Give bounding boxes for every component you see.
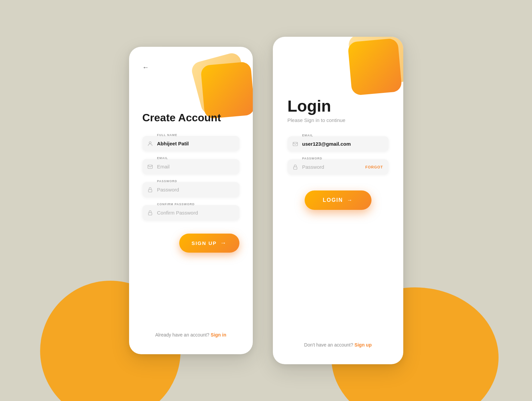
svg-rect-1 bbox=[148, 165, 152, 169]
back-arrow[interactable]: ← bbox=[142, 63, 149, 71]
login-subtitle: Please Sign in to continue bbox=[288, 117, 389, 123]
login-email-wrapper: EMAIL bbox=[288, 136, 389, 151]
svg-rect-3 bbox=[148, 213, 152, 215]
forgot-link[interactable]: FORGOT bbox=[365, 165, 383, 169]
login-button[interactable]: LOGIN → bbox=[305, 190, 371, 210]
signup-arrow-icon: → bbox=[220, 240, 227, 247]
fullname-label: FULL NAME bbox=[157, 133, 178, 137]
lock-confirm-icon bbox=[147, 210, 153, 216]
svg-rect-4 bbox=[293, 142, 298, 146]
login-password-wrapper: PASSWORD FORGOT bbox=[288, 159, 389, 174]
login-email-icon bbox=[292, 141, 298, 147]
login-email-label: EMAIL bbox=[302, 134, 313, 137]
svg-point-0 bbox=[149, 142, 151, 144]
email-group: EMAIL bbox=[142, 159, 239, 174]
login-footer-text: Don't have an account? bbox=[304, 342, 353, 348]
confirm-password-input[interactable] bbox=[142, 205, 239, 220]
login-password-group: PASSWORD FORGOT bbox=[288, 159, 389, 174]
create-account-card: ← Create Account FULL NAME bbox=[129, 47, 253, 354]
email-input[interactable] bbox=[142, 159, 239, 174]
login-email-input[interactable] bbox=[288, 136, 389, 151]
person-icon bbox=[147, 141, 153, 147]
password-group: PASSWORD bbox=[142, 182, 239, 197]
email-input-wrapper: EMAIL bbox=[142, 159, 239, 174]
login-card: Login Please Sign in to continue EMAIL bbox=[273, 37, 403, 364]
signin-link[interactable]: Sign in bbox=[211, 332, 226, 338]
footer-text: Already have an account? bbox=[155, 332, 209, 338]
login-button-label: LOGIN bbox=[323, 197, 343, 203]
create-account-footer: Already have an account? Sign in bbox=[142, 332, 239, 341]
svg-rect-5 bbox=[293, 167, 297, 169]
email-icon bbox=[147, 164, 153, 170]
create-account-title: Create Account bbox=[142, 111, 239, 124]
login-footer: Don't have an account? Sign up bbox=[288, 342, 389, 351]
fullname-input-wrapper: FULL NAME bbox=[142, 136, 239, 151]
fullname-group: FULL NAME bbox=[142, 136, 239, 151]
login-title: Login bbox=[288, 97, 389, 115]
login-arrow-icon: → bbox=[347, 197, 353, 203]
login-email-group: EMAIL bbox=[288, 136, 389, 151]
confirm-password-input-wrapper: CONFIRM PASSWORD bbox=[142, 205, 239, 220]
login-password-label: PASSWORD bbox=[302, 157, 322, 160]
lock-icon bbox=[147, 187, 153, 193]
email-label: EMAIL bbox=[157, 156, 168, 160]
signup-link[interactable]: Sign up bbox=[354, 342, 371, 348]
screens-container: ← Create Account FULL NAME bbox=[129, 37, 403, 364]
signup-label: SIGN UP bbox=[192, 240, 217, 246]
password-label: PASSWORD bbox=[157, 179, 177, 183]
fullname-input[interactable] bbox=[142, 136, 239, 151]
password-input[interactable] bbox=[142, 182, 239, 197]
confirm-password-label: CONFIRM PASSWORD bbox=[157, 203, 195, 206]
confirm-password-group: CONFIRM PASSWORD bbox=[142, 205, 239, 220]
login-lock-icon bbox=[292, 164, 298, 170]
password-input-wrapper: PASSWORD bbox=[142, 182, 239, 197]
signup-button[interactable]: SIGN UP → bbox=[179, 234, 239, 253]
svg-rect-2 bbox=[148, 189, 152, 192]
